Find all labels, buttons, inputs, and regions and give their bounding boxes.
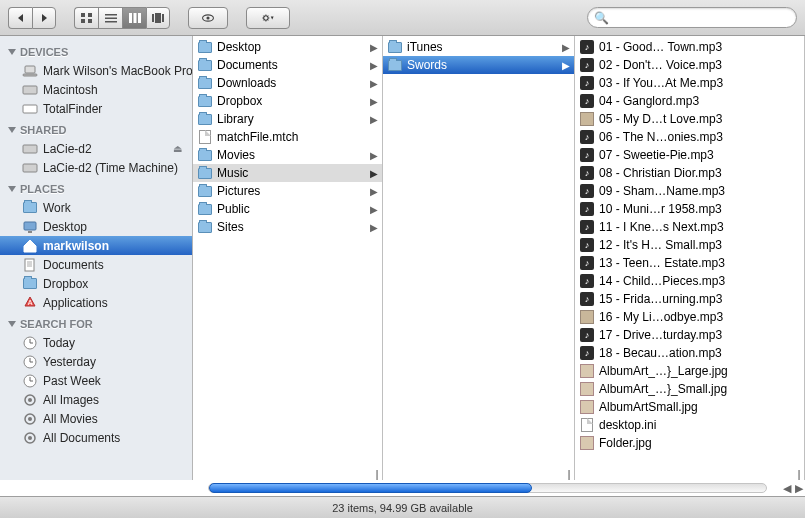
file-row[interactable]: ♪12 - It's H… Small.mp3	[575, 236, 804, 254]
sidebar-item[interactable]: Mark Wilson's MacBook Pro	[0, 61, 192, 80]
eject-icon[interactable]: ⏏	[173, 143, 182, 154]
sidebar-item[interactable]: Today	[0, 333, 192, 352]
search-input[interactable]	[587, 7, 797, 28]
sidebar-item[interactable]: Dropbox	[0, 274, 192, 293]
file-row[interactable]: ♪14 - Child…Pieces.mp3	[575, 272, 804, 290]
scroll-left-arrow-icon[interactable]: ◀	[781, 482, 793, 495]
column-1[interactable]: Desktop▶Documents▶Downloads▶Dropbox▶Libr…	[193, 36, 383, 480]
clock-icon	[22, 335, 38, 351]
file-row[interactable]: AlbumArt_…}_Small.jpg	[575, 380, 804, 398]
sidebar-item[interactable]: AApplications	[0, 293, 192, 312]
sidebar-item[interactable]: Documents	[0, 255, 192, 274]
file-row[interactable]: ♪10 - Muni…r 1958.mp3	[575, 200, 804, 218]
file-row[interactable]: 05 - My D…t Love.mp3	[575, 110, 804, 128]
file-row[interactable]: matchFile.mtch	[193, 128, 382, 146]
sidebar-item[interactable]: markwilson	[0, 236, 192, 255]
svg-rect-9	[138, 13, 141, 23]
sidebar-item[interactable]: LaCie-d2 (Time Machine)	[0, 158, 192, 177]
sidebar-group-header[interactable]: SEARCH FOR	[0, 312, 192, 333]
file-row[interactable]: ♪03 - If You…At Me.mp3	[575, 74, 804, 92]
svg-rect-32	[25, 259, 34, 271]
file-name: Sites	[217, 220, 366, 234]
sidebar-group-header[interactable]: DEVICES	[0, 40, 192, 61]
column-2[interactable]: iTunes▶Swords▶||	[383, 36, 575, 480]
file-row[interactable]: Public▶	[193, 200, 382, 218]
file-row[interactable]: ♪02 - Don't… Voice.mp3	[575, 56, 804, 74]
column-resize-handle[interactable]: ||	[370, 458, 382, 480]
file-row[interactable]: AlbumArtSmall.jpg	[575, 398, 804, 416]
file-row[interactable]: Music▶	[193, 164, 382, 182]
file-row[interactable]: ♪13 - Teen… Estate.mp3	[575, 254, 804, 272]
sidebar-group-header[interactable]: PLACES	[0, 177, 192, 198]
sidebar-item[interactable]: Past Week	[0, 371, 192, 390]
file-row[interactable]: Folder.jpg	[575, 434, 804, 452]
file-row[interactable]: Pictures▶	[193, 182, 382, 200]
sidebar-item[interactable]: LaCie-d2⏏	[0, 139, 192, 158]
column-resize-handle[interactable]: ||	[562, 458, 574, 480]
view-list-button[interactable]	[98, 7, 122, 29]
file-row[interactable]: Swords▶	[383, 56, 574, 74]
back-button[interactable]	[8, 7, 32, 29]
svg-line-21	[268, 19, 269, 20]
audio-icon: ♪	[579, 219, 595, 235]
file-name: 09 - Sham…Name.mp3	[599, 184, 804, 198]
file-row[interactable]: ♪18 - Becau…ation.mp3	[575, 344, 804, 362]
folder-icon	[197, 183, 213, 199]
file-name: 12 - It's H… Small.mp3	[599, 238, 804, 252]
file-row[interactable]: 16 - My Li…odbye.mp3	[575, 308, 804, 326]
column-3[interactable]: ♪01 - Good… Town.mp3♪02 - Don't… Voice.m…	[575, 36, 805, 480]
sidebar-item[interactable]: All Documents	[0, 428, 192, 447]
image-file-icon	[579, 435, 595, 451]
file-row[interactable]: Desktop▶	[193, 38, 382, 56]
file-row[interactable]: Library▶	[193, 110, 382, 128]
file-row[interactable]: ♪01 - Good… Town.mp3	[575, 38, 804, 56]
scroll-thumb[interactable]	[209, 483, 532, 493]
file-row[interactable]: ♪11 - I Kne…s Next.mp3	[575, 218, 804, 236]
view-icon-button[interactable]	[74, 7, 98, 29]
file-row[interactable]: ♪08 - Christian Dior.mp3	[575, 164, 804, 182]
sidebar[interactable]: DEVICESMark Wilson's MacBook ProMacintos…	[0, 36, 193, 480]
file-row[interactable]: ♪17 - Drive…turday.mp3	[575, 326, 804, 344]
file-row[interactable]: Dropbox▶	[193, 92, 382, 110]
file-row[interactable]: Sites▶	[193, 218, 382, 236]
folder-icon	[197, 93, 213, 109]
file-row[interactable]: ♪09 - Sham…Name.mp3	[575, 182, 804, 200]
sidebar-item[interactable]: Desktop	[0, 217, 192, 236]
sidebar-item[interactable]: Macintosh	[0, 80, 192, 99]
sidebar-item[interactable]: All Movies	[0, 409, 192, 428]
action-button[interactable]	[246, 7, 290, 29]
audio-icon: ♪	[579, 273, 595, 289]
children-arrow-icon: ▶	[370, 42, 378, 53]
sidebar-item[interactable]: All Images	[0, 390, 192, 409]
quicklook-button[interactable]	[188, 7, 228, 29]
search-icon: 🔍	[594, 11, 609, 25]
folder-icon	[197, 57, 213, 73]
view-coverflow-button[interactable]	[146, 7, 170, 29]
forward-button[interactable]	[32, 7, 56, 29]
artwork-icon	[579, 309, 595, 325]
file-row[interactable]: Downloads▶	[193, 74, 382, 92]
children-arrow-icon: ▶	[370, 114, 378, 125]
sidebar-item-label: Dropbox	[43, 277, 88, 291]
scroll-track[interactable]	[208, 483, 767, 493]
file-row[interactable]: ♪07 - Sweetie-Pie.mp3	[575, 146, 804, 164]
sidebar-item[interactable]: Yesterday	[0, 352, 192, 371]
file-row[interactable]: Movies▶	[193, 146, 382, 164]
view-columns-button[interactable]	[122, 7, 146, 29]
svg-rect-10	[152, 14, 154, 22]
column-resize-handle[interactable]: ||	[792, 458, 804, 480]
sidebar-item[interactable]: Work	[0, 198, 192, 217]
file-row[interactable]: ♪15 - Frida…urning.mp3	[575, 290, 804, 308]
audio-icon: ♪	[579, 345, 595, 361]
sidebar-item[interactable]: TotalFinder	[0, 99, 192, 118]
file-row[interactable]: Documents▶	[193, 56, 382, 74]
scroll-right-arrow-icon[interactable]: ▶	[793, 482, 805, 495]
file-row[interactable]: iTunes▶	[383, 38, 574, 56]
document-icon	[579, 417, 595, 433]
action-group	[246, 7, 290, 29]
sidebar-group-header[interactable]: SHARED	[0, 118, 192, 139]
file-row[interactable]: ♪06 - The N…onies.mp3	[575, 128, 804, 146]
file-row[interactable]: desktop.ini	[575, 416, 804, 434]
file-row[interactable]: AlbumArt_…}_Large.jpg	[575, 362, 804, 380]
file-row[interactable]: ♪04 - Ganglord.mp3	[575, 92, 804, 110]
